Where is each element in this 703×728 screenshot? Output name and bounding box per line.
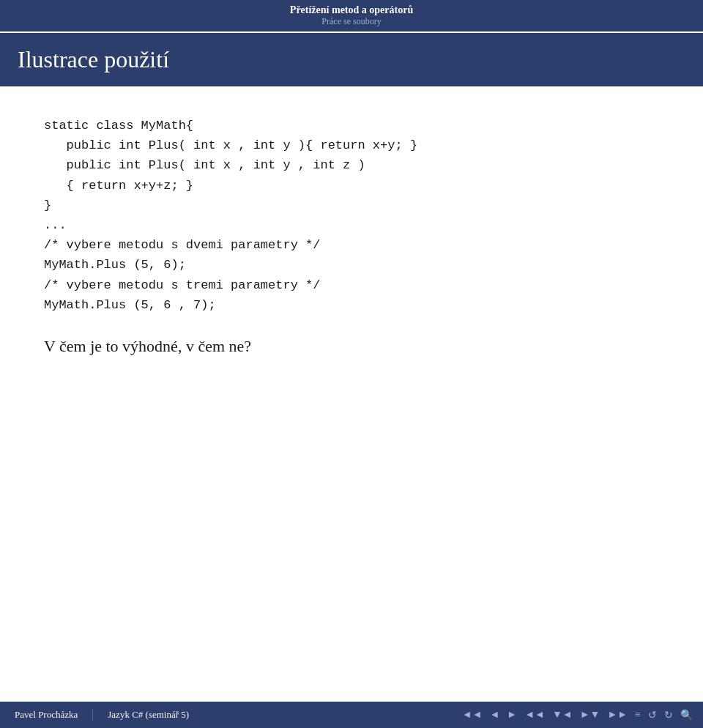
code-line: MyMath.Plus (5, 6 , 7); <box>44 295 659 315</box>
nav-menu[interactable]: ≡ <box>632 707 644 722</box>
header-title-sub: Práce se soubory <box>0 16 703 27</box>
footer-author: Pavel Procházka <box>0 709 93 721</box>
code-line: /* vybere metodu s dvemi parametry */ <box>44 235 659 255</box>
title-bar: Ilustrace použití <box>0 33 703 86</box>
top-header: Přetížení metod a operátorů Práce se sou… <box>0 0 703 31</box>
code-line: /* vybere metodu s tremi parametry */ <box>44 275 659 295</box>
main-content: static class MyMath{ public int Plus( in… <box>0 86 703 371</box>
header-title-main: Přetížení metod a operátorů <box>0 4 703 16</box>
nav-search[interactable]: 🔍 <box>677 707 696 723</box>
nav-next[interactable]: ► <box>504 707 520 722</box>
code-line: public int Plus( int x , int y ){ return… <box>44 135 659 155</box>
nav-section-next2[interactable]: ►▼ <box>577 707 603 722</box>
code-line: { return x+y+z; } <box>44 176 659 196</box>
question-text: V čem je to výhodné, v čem ne? <box>44 337 659 356</box>
bottom-bar: Pavel Procházka Jazyk C# (seminář 5) ◄◄ … <box>0 702 703 728</box>
nav-redo[interactable]: ↻ <box>661 707 676 723</box>
code-line: public int Plus( int x , int y , int z ) <box>44 155 659 175</box>
footer-course: Jazyk C# (seminář 5) <box>93 709 459 721</box>
code-block: static class MyMath{ public int Plus( in… <box>44 116 659 315</box>
nav-prev-prev[interactable]: ◄◄ <box>459 707 486 722</box>
code-line: ... <box>44 215 659 235</box>
nav-section-prev[interactable]: ◄◄ <box>521 707 548 722</box>
nav-icons[interactable]: ◄◄ ◄ ► ◄◄ ▼◄ ►▼ ►► ≡ ↺ ↻ 🔍 <box>459 707 703 723</box>
nav-section-next[interactable]: ▼◄ <box>549 707 576 722</box>
nav-prev[interactable]: ◄ <box>487 707 503 722</box>
code-line: } <box>44 196 659 215</box>
code-line: MyMath.Plus (5, 6); <box>44 255 659 275</box>
code-line: static class MyMath{ <box>44 116 659 135</box>
nav-next-next[interactable]: ►► <box>604 707 631 722</box>
nav-undo[interactable]: ↺ <box>645 707 660 723</box>
page-title: Ilustrace použití <box>18 46 685 73</box>
